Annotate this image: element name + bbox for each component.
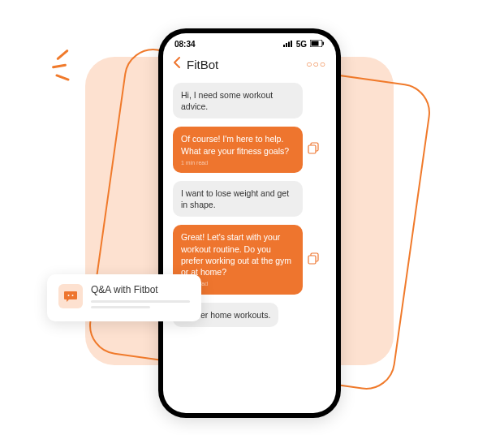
bot-message: Of course! I'm here to help. What are yo…: [173, 127, 303, 173]
user-message: I want to lose weight and get in shape.: [173, 181, 303, 217]
status-bar: 08:34 5G: [163, 33, 336, 52]
card-body: Q&A with Fitbot: [91, 284, 190, 312]
status-right: 5G: [283, 40, 325, 49]
svg-rect-8: [308, 145, 316, 153]
svg-rect-1: [286, 43, 287, 47]
phone-screen: 08:34 5G FitBot ○○○ Hi, I need some work…: [163, 33, 336, 413]
message-row: Hi, I need some workout advice.: [173, 83, 326, 118]
message-text: Of course! I'm here to help. What are yo…: [181, 134, 289, 155]
more-button[interactable]: ○○○: [306, 58, 326, 70]
svg-rect-2: [288, 42, 290, 48]
message-row: I want to lose weight and get in shape.: [173, 181, 326, 217]
back-button[interactable]: [173, 57, 180, 71]
copy-icon[interactable]: [308, 142, 320, 157]
chat-header: FitBot ○○○: [163, 52, 336, 80]
placeholder-line: [91, 306, 150, 308]
svg-rect-5: [312, 41, 319, 46]
svg-rect-0: [283, 45, 285, 47]
phone-frame: 08:34 5G FitBot ○○○ Hi, I need some work…: [158, 28, 341, 418]
svg-rect-6: [323, 42, 325, 45]
svg-rect-10: [308, 256, 316, 264]
svg-rect-3: [291, 41, 292, 47]
signal-icon: [283, 40, 293, 49]
placeholder-line: [91, 300, 190, 303]
svg-point-12: [72, 295, 74, 296]
chat-title: FitBot: [187, 58, 299, 71]
chatbot-icon: [58, 284, 83, 308]
status-time: 08:34: [174, 40, 196, 49]
message-text: Great! Let's start with your workout rou…: [181, 232, 291, 277]
copy-icon[interactable]: [308, 252, 320, 268]
user-message: Hi, I need some workout advice.: [173, 83, 303, 118]
battery-icon: [310, 40, 325, 49]
message-timestamp: 1 min read: [181, 159, 295, 166]
chat-messages: Hi, I need some workout advice. Of cours…: [163, 80, 336, 413]
message-row: Of course! I'm here to help. What are yo…: [173, 127, 326, 173]
qa-card[interactable]: Q&A with Fitbot: [47, 274, 201, 321]
network-label: 5G: [296, 40, 307, 49]
svg-point-11: [68, 295, 70, 296]
card-title: Q&A with Fitbot: [91, 284, 190, 295]
